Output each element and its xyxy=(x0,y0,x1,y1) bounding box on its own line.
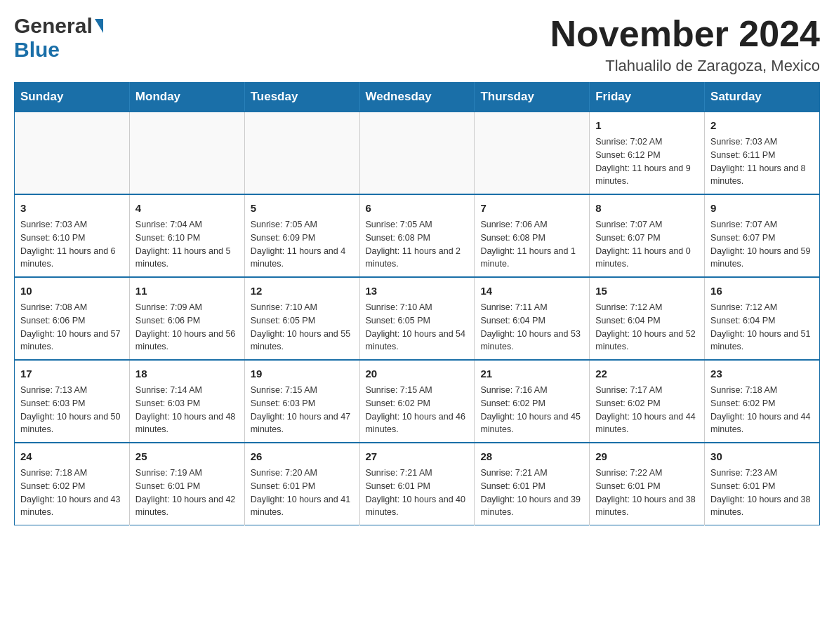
calendar-day-cell: 28Sunrise: 7:21 AMSunset: 6:01 PMDayligh… xyxy=(475,443,590,525)
calendar-table: SundayMondayTuesdayWednesdayThursdayFrid… xyxy=(14,82,820,525)
day-number: 7 xyxy=(480,201,583,215)
weekday-header-friday: Friday xyxy=(590,83,705,112)
calendar-day-cell xyxy=(244,112,359,194)
day-number: 30 xyxy=(710,449,814,464)
logo-triangle-icon xyxy=(95,19,103,33)
day-info: Sunrise: 7:15 AMSunset: 6:02 PMDaylight:… xyxy=(366,384,469,436)
weekday-header-thursday: Thursday xyxy=(475,83,590,112)
calendar-week-2: 3Sunrise: 7:03 AMSunset: 6:10 PMDaylight… xyxy=(15,194,820,277)
calendar-day-cell: 6Sunrise: 7:05 AMSunset: 6:08 PMDaylight… xyxy=(359,194,475,277)
calendar-day-cell: 27Sunrise: 7:21 AMSunset: 6:01 PMDayligh… xyxy=(359,443,475,525)
day-info: Sunrise: 7:15 AMSunset: 6:03 PMDaylight:… xyxy=(251,384,354,436)
calendar-day-cell: 26Sunrise: 7:20 AMSunset: 6:01 PMDayligh… xyxy=(244,443,359,525)
calendar-day-cell: 1Sunrise: 7:02 AMSunset: 6:12 PMDaylight… xyxy=(590,112,705,194)
day-info: Sunrise: 7:04 AMSunset: 6:10 PMDaylight:… xyxy=(135,218,239,271)
calendar-day-cell: 9Sunrise: 7:07 AMSunset: 6:07 PMDaylight… xyxy=(705,194,820,277)
day-number: 4 xyxy=(135,201,239,215)
day-number: 25 xyxy=(135,449,239,464)
day-info: Sunrise: 7:08 AMSunset: 6:06 PMDaylight:… xyxy=(20,301,124,354)
day-number: 11 xyxy=(135,283,239,298)
title-section: November 2024 Tlahualilo de Zaragoza, Me… xyxy=(550,14,820,75)
month-year-title: November 2024 xyxy=(550,14,820,54)
page-header: General Blue November 2024 Tlahualilo de… xyxy=(14,14,820,75)
day-number: 1 xyxy=(595,118,699,133)
calendar-body: 1Sunrise: 7:02 AMSunset: 6:12 PMDaylight… xyxy=(15,112,820,525)
day-number: 10 xyxy=(20,283,124,298)
calendar-day-cell: 23Sunrise: 7:18 AMSunset: 6:02 PMDayligh… xyxy=(705,360,820,443)
location-subtitle: Tlahualilo de Zaragoza, Mexico xyxy=(550,57,820,75)
day-number: 14 xyxy=(480,283,583,298)
day-number: 19 xyxy=(251,366,354,381)
day-number: 8 xyxy=(595,201,699,215)
day-number: 9 xyxy=(710,201,814,215)
day-number: 21 xyxy=(480,366,583,381)
calendar-day-cell: 17Sunrise: 7:13 AMSunset: 6:03 PMDayligh… xyxy=(15,360,130,443)
day-info: Sunrise: 7:20 AMSunset: 6:01 PMDaylight:… xyxy=(251,467,354,519)
day-info: Sunrise: 7:07 AMSunset: 6:07 PMDaylight:… xyxy=(710,218,814,271)
calendar-header: SundayMondayTuesdayWednesdayThursdayFrid… xyxy=(15,83,820,112)
logo: General Blue xyxy=(14,14,103,62)
day-info: Sunrise: 7:10 AMSunset: 6:05 PMDaylight:… xyxy=(251,301,354,354)
calendar-day-cell xyxy=(475,112,590,194)
day-number: 22 xyxy=(595,366,699,381)
weekday-header-saturday: Saturday xyxy=(705,83,820,112)
calendar-day-cell xyxy=(129,112,244,194)
day-info: Sunrise: 7:06 AMSunset: 6:08 PMDaylight:… xyxy=(480,218,583,271)
weekday-header-sunday: Sunday xyxy=(15,83,130,112)
calendar-day-cell: 2Sunrise: 7:03 AMSunset: 6:11 PMDaylight… xyxy=(705,112,820,194)
calendar-day-cell: 4Sunrise: 7:04 AMSunset: 6:10 PMDaylight… xyxy=(129,194,244,277)
weekday-header-monday: Monday xyxy=(129,83,244,112)
calendar-day-cell xyxy=(359,112,475,194)
weekday-header-row: SundayMondayTuesdayWednesdayThursdayFrid… xyxy=(15,83,820,112)
day-number: 26 xyxy=(251,449,354,464)
calendar-day-cell: 8Sunrise: 7:07 AMSunset: 6:07 PMDaylight… xyxy=(590,194,705,277)
day-info: Sunrise: 7:19 AMSunset: 6:01 PMDaylight:… xyxy=(135,467,239,519)
day-number: 28 xyxy=(480,449,583,464)
weekday-header-tuesday: Tuesday xyxy=(244,83,359,112)
day-info: Sunrise: 7:14 AMSunset: 6:03 PMDaylight:… xyxy=(135,384,239,436)
logo-blue-text: Blue xyxy=(14,38,60,61)
logo-general-text: General xyxy=(14,14,93,38)
day-info: Sunrise: 7:11 AMSunset: 6:04 PMDaylight:… xyxy=(480,301,583,354)
calendar-day-cell: 21Sunrise: 7:16 AMSunset: 6:02 PMDayligh… xyxy=(475,360,590,443)
calendar-day-cell: 16Sunrise: 7:12 AMSunset: 6:04 PMDayligh… xyxy=(705,277,820,360)
weekday-header-wednesday: Wednesday xyxy=(359,83,475,112)
day-info: Sunrise: 7:07 AMSunset: 6:07 PMDaylight:… xyxy=(595,218,699,271)
calendar-day-cell: 11Sunrise: 7:09 AMSunset: 6:06 PMDayligh… xyxy=(129,277,244,360)
day-number: 20 xyxy=(366,366,469,381)
calendar-week-1: 1Sunrise: 7:02 AMSunset: 6:12 PMDaylight… xyxy=(15,112,820,194)
day-number: 24 xyxy=(20,449,124,464)
calendar-day-cell: 29Sunrise: 7:22 AMSunset: 6:01 PMDayligh… xyxy=(590,443,705,525)
day-info: Sunrise: 7:16 AMSunset: 6:02 PMDaylight:… xyxy=(480,384,583,436)
day-info: Sunrise: 7:12 AMSunset: 6:04 PMDaylight:… xyxy=(710,301,814,354)
day-number: 15 xyxy=(595,283,699,298)
calendar-week-4: 17Sunrise: 7:13 AMSunset: 6:03 PMDayligh… xyxy=(15,360,820,443)
day-number: 18 xyxy=(135,366,239,381)
day-info: Sunrise: 7:12 AMSunset: 6:04 PMDaylight:… xyxy=(595,301,699,354)
calendar-day-cell: 19Sunrise: 7:15 AMSunset: 6:03 PMDayligh… xyxy=(244,360,359,443)
day-info: Sunrise: 7:09 AMSunset: 6:06 PMDaylight:… xyxy=(135,301,239,354)
day-number: 12 xyxy=(251,283,354,298)
day-info: Sunrise: 7:18 AMSunset: 6:02 PMDaylight:… xyxy=(710,384,814,436)
calendar-day-cell: 7Sunrise: 7:06 AMSunset: 6:08 PMDaylight… xyxy=(475,194,590,277)
calendar-day-cell xyxy=(15,112,130,194)
calendar-day-cell: 3Sunrise: 7:03 AMSunset: 6:10 PMDaylight… xyxy=(15,194,130,277)
calendar-day-cell: 14Sunrise: 7:11 AMSunset: 6:04 PMDayligh… xyxy=(475,277,590,360)
calendar-day-cell: 13Sunrise: 7:10 AMSunset: 6:05 PMDayligh… xyxy=(359,277,475,360)
day-info: Sunrise: 7:21 AMSunset: 6:01 PMDaylight:… xyxy=(480,467,583,519)
day-number: 16 xyxy=(710,283,814,298)
day-number: 13 xyxy=(366,283,469,298)
day-info: Sunrise: 7:03 AMSunset: 6:11 PMDaylight:… xyxy=(710,135,814,188)
day-info: Sunrise: 7:17 AMSunset: 6:02 PMDaylight:… xyxy=(595,384,699,436)
calendar-day-cell: 10Sunrise: 7:08 AMSunset: 6:06 PMDayligh… xyxy=(15,277,130,360)
day-number: 23 xyxy=(710,366,814,381)
day-info: Sunrise: 7:10 AMSunset: 6:05 PMDaylight:… xyxy=(366,301,469,354)
day-info: Sunrise: 7:05 AMSunset: 6:09 PMDaylight:… xyxy=(251,218,354,271)
day-info: Sunrise: 7:21 AMSunset: 6:01 PMDaylight:… xyxy=(366,467,469,519)
calendar-day-cell: 24Sunrise: 7:18 AMSunset: 6:02 PMDayligh… xyxy=(15,443,130,525)
day-number: 2 xyxy=(710,118,814,133)
day-info: Sunrise: 7:05 AMSunset: 6:08 PMDaylight:… xyxy=(366,218,469,271)
day-number: 5 xyxy=(251,201,354,215)
calendar-week-5: 24Sunrise: 7:18 AMSunset: 6:02 PMDayligh… xyxy=(15,443,820,525)
calendar-day-cell: 5Sunrise: 7:05 AMSunset: 6:09 PMDaylight… xyxy=(244,194,359,277)
